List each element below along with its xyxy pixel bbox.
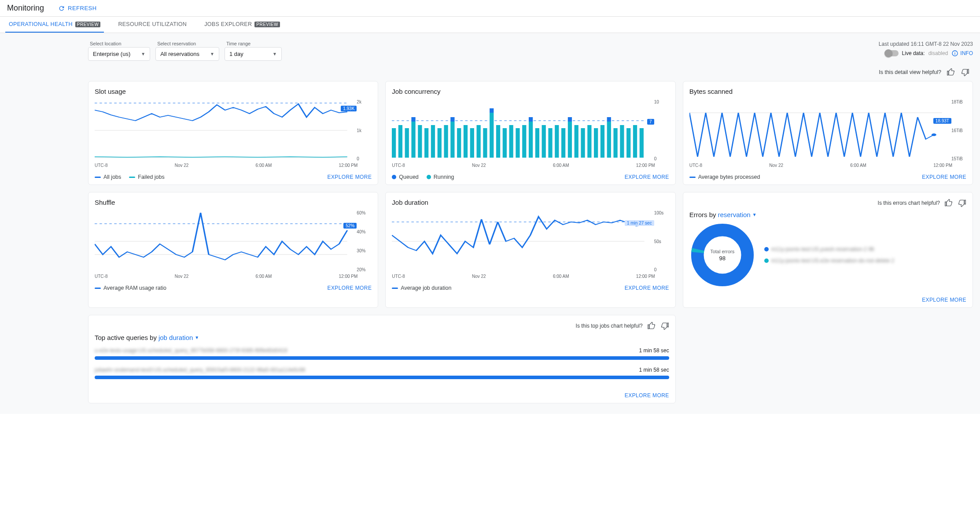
card-title: Bytes scanned: [689, 88, 966, 95]
top-dimension-dropdown[interactable]: job duration ▼: [158, 334, 199, 341]
svg-rect-29: [555, 125, 559, 158]
reservation-select-wrap: Select reservation All reservations ▼: [155, 41, 219, 61]
thumb-up-icon[interactable]: [947, 68, 955, 77]
reservation-select[interactable]: All reservations ▼: [155, 47, 219, 61]
thumb-down-icon[interactable]: [958, 199, 966, 207]
svg-rect-15: [464, 125, 468, 158]
slot-usage-chart: 2k 1k 0 1.93K: [95, 100, 372, 161]
tab-resource-utilization[interactable]: RESOURCE UTILIZATION: [114, 17, 190, 33]
explore-more-button[interactable]: EXPLORE MORE: [625, 392, 669, 399]
donut-center-value: 98: [710, 255, 734, 262]
y-axis: 60% 40% 30% 20%: [357, 210, 372, 272]
svg-rect-22: [509, 125, 513, 158]
tab-label: JOBS EXPLORER: [204, 21, 252, 27]
donut-legend: m11y-joonix-test:US.yuesh-reservation-2 …: [764, 246, 894, 264]
x-axis: UTC-8 Nov 22 6:00 AM 12:00 PM: [95, 274, 372, 279]
shuffle-chart: 60% 40% 30% 20% 52%: [95, 210, 372, 272]
svg-rect-12: [444, 125, 448, 158]
svg-rect-13: [451, 122, 455, 158]
svg-rect-33: [581, 128, 585, 158]
top-feedback-bar: Is this top jobs chart helpful?: [95, 321, 669, 330]
svg-rect-16: [470, 128, 474, 158]
feedback-text: Is this errors chart helpful?: [878, 200, 940, 206]
detail-feedback-bar: Is this detail view helpful?: [88, 66, 973, 81]
svg-rect-39: [620, 125, 624, 158]
refresh-icon: [58, 5, 65, 12]
explore-more-button[interactable]: EXPLORE MORE: [328, 285, 372, 291]
tab-jobs-explorer[interactable]: JOBS EXPLORER PREVIEW: [201, 17, 284, 33]
timerange-select-wrap: Time range 1 day ▼: [225, 41, 282, 61]
explore-more-button[interactable]: EXPLORE MORE: [625, 285, 669, 291]
explore-more-button[interactable]: EXPLORE MORE: [328, 174, 372, 180]
thumb-down-icon[interactable]: [660, 321, 669, 330]
svg-rect-28: [549, 128, 553, 158]
card-title: Shuffle: [95, 199, 372, 206]
svg-rect-20: [496, 125, 500, 158]
select-label: Select reservation: [157, 41, 219, 46]
bytes-scanned-card: Bytes scanned 18TiB 16TiB 15TiB 18.93T U…: [683, 81, 973, 185]
errors-feedback-bar: Is this errors chart helpful?: [689, 199, 966, 207]
query-row: u-e2e-tests-usage:US.scheduled_query_657…: [95, 347, 669, 360]
thumb-up-icon[interactable]: [647, 321, 656, 330]
select-value: All reservations: [160, 51, 199, 57]
query-name: u-e2e-tests-usage:US.scheduled_query_657…: [95, 347, 287, 354]
explore-more-button[interactable]: EXPLORE MORE: [625, 174, 669, 180]
value-badge: 1 min 27 sec: [625, 220, 654, 226]
chevron-down-icon: ▼: [141, 52, 145, 56]
info-label: INFO: [960, 50, 973, 56]
svg-rect-46: [529, 117, 533, 122]
y-axis: 18TiB 16TiB 15TiB: [951, 100, 966, 161]
value-badge: 52%: [343, 223, 357, 229]
query-name: juliawhr-ondemand-test3:US.scheduled_que…: [95, 367, 305, 373]
thumb-down-icon[interactable]: [961, 68, 969, 77]
svg-rect-38: [614, 128, 618, 158]
page-title: Monitoring: [7, 4, 44, 13]
top-queries-title: Top active queries by job duration ▼: [95, 334, 669, 341]
live-data-toggle[interactable]: [885, 50, 899, 56]
timerange-select[interactable]: 1 day ▼: [225, 47, 282, 61]
value-badge: 1.93K: [341, 106, 357, 111]
select-label: Time range: [226, 41, 282, 46]
explore-more-button[interactable]: EXPLORE MORE: [922, 174, 966, 180]
svg-rect-23: [516, 128, 520, 158]
page-header: Monitoring REFRESH: [0, 0, 980, 17]
card-title: Slot usage: [95, 88, 372, 95]
svg-rect-30: [561, 128, 565, 158]
svg-rect-48: [607, 117, 611, 122]
tab-operational-health[interactable]: OPERATIONAL HEALTH PREVIEW: [5, 17, 104, 33]
svg-rect-43: [412, 117, 416, 122]
select-label: Select location: [90, 41, 150, 46]
y-axis: 2k 1k 0: [357, 100, 372, 161]
legend: Queued Running: [392, 174, 454, 180]
svg-point-50: [931, 133, 936, 136]
tab-bar: OPERATIONAL HEALTH PREVIEW RESOURCE UTIL…: [0, 17, 980, 33]
main-content: Is this detail view helpful? Slot usage …: [0, 66, 980, 414]
svg-rect-25: [529, 122, 533, 158]
card-title: Job duration: [392, 199, 669, 206]
svg-rect-31: [568, 122, 572, 158]
svg-rect-17: [477, 125, 481, 158]
info-icon: [951, 50, 958, 57]
errors-dimension-dropdown[interactable]: reservation ▼: [718, 211, 757, 218]
bytes-scanned-chart: 18TiB 16TiB 15TiB 18.93T: [689, 100, 966, 161]
value-badge: 18.93T: [933, 118, 951, 124]
explore-more-button[interactable]: EXPLORE MORE: [922, 297, 966, 303]
top-queries-card: Is this top jobs chart helpful? Top acti…: [88, 315, 676, 403]
svg-rect-37: [607, 122, 611, 158]
controls-row: Select location Enterprise (us) ▼ Select…: [0, 33, 980, 66]
svg-rect-26: [535, 128, 539, 158]
location-select[interactable]: Enterprise (us) ▼: [88, 47, 150, 61]
job-concurrency-chart: 10 0 7: [392, 100, 669, 161]
thumb-up-icon[interactable]: [944, 199, 953, 207]
svg-rect-36: [601, 125, 604, 158]
refresh-button[interactable]: REFRESH: [58, 5, 97, 12]
x-axis: UTC-8 Nov 22 6:00 AM 12:00 PM: [95, 163, 372, 168]
info-button[interactable]: INFO: [951, 50, 973, 57]
svg-rect-45: [490, 108, 494, 113]
svg-rect-42: [640, 128, 644, 158]
svg-rect-32: [575, 125, 578, 158]
svg-rect-9: [424, 128, 428, 158]
svg-rect-11: [438, 128, 442, 158]
svg-rect-10: [431, 125, 435, 158]
svg-rect-18: [483, 128, 487, 158]
